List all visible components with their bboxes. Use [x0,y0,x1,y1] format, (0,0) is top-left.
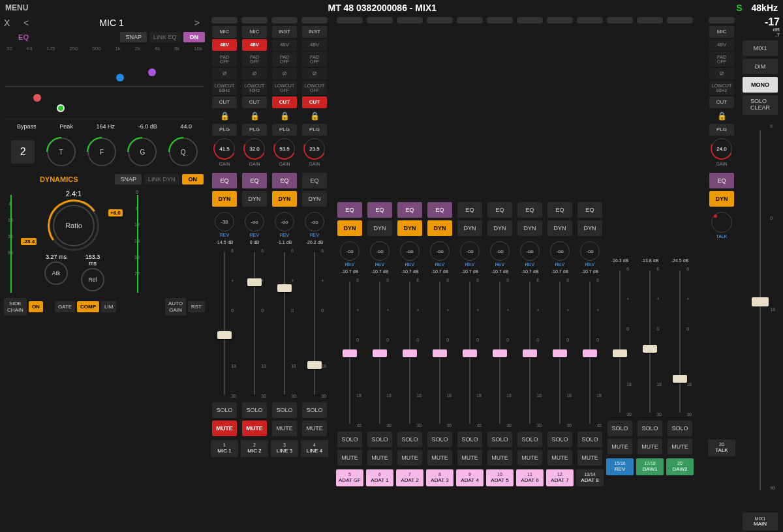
dyn-button[interactable]: DYN [242,191,267,207]
input-type[interactable]: INST [302,26,327,38]
eq-button[interactable]: EQ [242,173,267,188]
eq-on-button[interactable]: ON [183,32,206,42]
fader[interactable]: 6+01830 [457,278,483,428]
attack-knob[interactable]: Atk [44,261,68,285]
strip-tab[interactable] [709,17,735,23]
eq-button[interactable]: EQ [427,202,452,218]
solo-button[interactable]: SOLO [487,432,512,447]
solo-button[interactable]: SOLO [337,432,362,447]
mute-button[interactable]: MUTE [607,439,632,454]
strip-tab[interactable] [337,17,363,23]
fader[interactable]: 6+01830 [487,278,513,428]
link-eq-button[interactable]: LINK EQ [149,32,181,42]
rev-knob[interactable]: -oo [430,241,450,261]
rev-knob[interactable]: -oo [275,212,294,231]
fader[interactable]: 6+01830 [337,278,363,428]
solo-button[interactable]: SOLO [397,432,422,447]
eq-type-knob[interactable]: T [47,138,76,166]
input-type[interactable]: INST [272,26,297,38]
link-dyn-button[interactable]: LINK DYN [144,174,179,185]
gain-knob[interactable]: 41.5 [214,138,235,159]
dyn-button[interactable]: DYN [577,220,602,236]
menu-button[interactable]: MENU [5,3,28,12]
lock-icon[interactable]: 🔒 [242,110,267,123]
close-icon[interactable]: X [4,18,16,28]
solo-button[interactable]: SOLO [242,402,267,418]
channel-label[interactable]: 1MIC 1 [211,440,238,457]
solo-button[interactable]: SOLO [637,421,662,436]
mute-button[interactable]: MUTE [397,450,422,466]
fader[interactable]: 6+01830 [241,248,268,398]
phase-button[interactable]: Ø [272,68,297,80]
fader[interactable]: 6+01830 [607,267,633,417]
fader[interactable]: 6+01830 [427,278,453,428]
eq-node-3[interactable] [116,74,124,81]
fader[interactable]: 6+01830 [271,248,298,398]
fader-cap[interactable] [643,345,657,353]
channel-label[interactable]: 3LINE 3 [271,440,298,457]
eq-gain-knob[interactable]: G [128,138,157,166]
fader-cap[interactable] [583,349,597,357]
dyn-button[interactable]: DYN [709,191,734,207]
mute-button[interactable]: MUTE [577,450,602,466]
rev-knob[interactable]: -oo [245,212,264,231]
channel-label[interactable]: 17/18DAW1 [636,458,664,475]
mute-button[interactable]: MUTE [212,421,237,436]
next-channel[interactable]: > [189,18,205,28]
strip-tab[interactable] [517,17,543,23]
strip-tab[interactable] [487,17,513,23]
eq-freq-knob[interactable]: F [87,138,116,166]
mute-button[interactable]: MUTE [547,450,572,466]
gain-knob[interactable]: 32.0 [244,138,265,159]
lock-icon[interactable]: 🔒 [212,110,237,123]
fader-cap[interactable] [613,349,627,357]
eq-button[interactable]: EQ [487,202,512,218]
dim-button[interactable]: DIM [743,59,778,74]
strip-tab[interactable] [211,17,238,23]
solo-button[interactable]: SOLO [457,432,482,447]
lim-button[interactable]: LIM [101,301,116,313]
plugin-button[interactable]: PLG [242,124,267,136]
dyn-button[interactable]: DYN [367,220,392,236]
strip-tab[interactable] [301,17,328,23]
solo-button[interactable]: SOLO [302,402,327,418]
pad-button[interactable]: PAD OFF [272,52,297,66]
dyn-button[interactable]: DYN [547,220,572,236]
fader-cap[interactable] [433,349,447,357]
master-fader[interactable]: 601890 [744,124,776,510]
dyn-button[interactable]: DYN [212,191,237,207]
phantom-button[interactable]: 48V [302,39,327,51]
fader[interactable]: 6+01830 [667,267,693,417]
fader-cap[interactable] [307,361,322,369]
sidechain-button[interactable]: SIDE CHAIN [4,298,27,316]
dyn-enable-button[interactable]: ON [29,301,43,313]
cut-button[interactable]: CUT [242,96,267,108]
talk-knob[interactable] [711,212,732,233]
dyn-button[interactable]: DYN [337,220,362,236]
release-knob[interactable]: Rel [81,268,104,291]
input-type[interactable]: MIC [709,26,734,38]
prev-channel[interactable]: < [18,18,34,28]
phantom-button[interactable]: 48V [212,39,237,51]
mute-button[interactable]: MUTE [272,421,297,436]
solo-button[interactable]: SOLO [577,432,602,447]
eq-band-selector[interactable]: 2 [11,140,35,164]
eq-button[interactable]: EQ [397,202,422,218]
rev-knob[interactable]: -oo [370,241,390,261]
fader[interactable]: 6+01830 [637,267,663,417]
solo-button[interactable]: SOLO [547,432,572,447]
dyn-snap-button[interactable]: SNAP [115,174,142,185]
plugin-button[interactable]: PLG [272,124,297,136]
strip-tab[interactable] [271,17,298,23]
strip-tab[interactable] [667,17,693,23]
fader-cap[interactable] [277,284,292,292]
eq-button[interactable]: EQ [272,173,297,188]
fader-cap[interactable] [343,349,357,357]
gate-button[interactable]: GATE [55,301,75,313]
strip-tab[interactable] [457,17,483,23]
mute-button[interactable]: MUTE [337,450,362,466]
plugin-button[interactable]: PLG [709,124,734,136]
channel-label[interactable]: 11ADAT 6 [516,469,544,486]
fader[interactable]: 6+01830 [547,278,573,428]
dyn-button[interactable]: DYN [427,220,452,236]
